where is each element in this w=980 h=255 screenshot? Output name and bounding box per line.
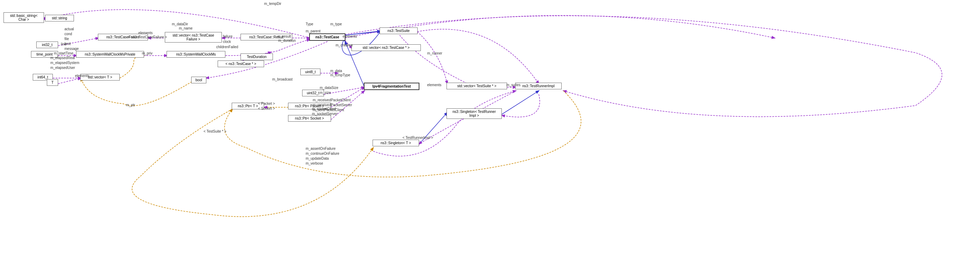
label-m-icmptype: m_icmpType — [330, 73, 350, 77]
node-testduration: TestDuration — [240, 54, 273, 60]
node-int32: int32_t — [36, 41, 58, 48]
node-systemwallclock-priv-label: ns3::SystemWallClockMsPrivate — [85, 52, 135, 56]
node-T-label: T — [51, 81, 54, 84]
label-elements-3: elements — [75, 74, 89, 78]
node-std-string: std::string — [45, 15, 74, 21]
node-vector-testcase: std::vector< ns3::TestCase * > — [352, 44, 421, 51]
node-singleton-T: ns3::Singleton< T > — [372, 139, 419, 146]
node-testcase-ptr: < ns3::TestCase * > — [218, 60, 264, 67]
node-ipv4frag-label: Ipv4FragmentationTest — [372, 84, 410, 88]
svg-line-14 — [502, 91, 539, 114]
label-clock: clock — [223, 40, 231, 44]
label-assert-onfailure: m_assertOnFailurem_continueOnFailurem_up… — [305, 146, 339, 166]
label-failure: failure — [223, 35, 232, 38]
node-singleton-T-label: ns3::Singleton< T > — [381, 141, 411, 145]
label-m-duration: m_duration — [278, 39, 296, 43]
node-T: T — [47, 79, 58, 86]
node-testsuite-label: ns3::TestSuite — [388, 29, 410, 33]
node-systemwallclock-priv: ns3::SystemWallClockMsPrivate — [76, 51, 144, 58]
node-vector-T-label: std::vector< T > — [88, 75, 112, 79]
node-ptr-socket-label: ns3::Ptr< Socket > — [295, 116, 324, 120]
label-elements-4: elements — [427, 83, 442, 87]
node-testrunnerimpl-label: ns3::TestRunnerImpl — [522, 84, 555, 88]
label-testrunnerimpl-template: < TestRunnerImpl > — [402, 136, 433, 139]
node-bool-label: bool — [196, 78, 202, 82]
node-singleton-testrunner-label: ns3::Singleton< TestRunner Impl > — [452, 110, 496, 117]
label-elements-1: elements — [138, 31, 153, 35]
node-vector-testsuite: std::vector< TestSuite * > — [447, 82, 507, 89]
node-uint8-label: uint8_t — [305, 70, 315, 74]
node-vector-testcase-label: std::vector< ns3::TestCase * > — [363, 46, 409, 49]
node-basic-string: std::basic_string< Char > — [3, 12, 44, 23]
node-uint8: uint8_t — [301, 68, 320, 75]
label-childrenfailed: childrenFailed — [216, 45, 238, 49]
node-bool: bool — [191, 77, 206, 83]
node-std-string-label: std::string — [52, 16, 67, 20]
node-vector-testcasefailure-label: std::vector< ns3::TestCase Failure > — [173, 33, 214, 41]
node-singleton-testrunner: ns3::Singleton< TestRunner Impl > — [447, 108, 502, 119]
node-testrunnerimpl: ns3::TestRunnerImpl — [515, 82, 562, 89]
label-packet-socket: < Packet >< Socket > — [258, 101, 275, 111]
node-ptr-T-label: ns3::Ptr< T > — [238, 104, 258, 108]
label-m-parent: m_parent — [305, 29, 320, 33]
label-actual-cond: actualcondfilelimitmessage — [64, 27, 79, 51]
label-m-datadir: m_dataDir — [172, 22, 188, 26]
node-testcase: ns3::TestCase — [309, 33, 345, 41]
label-m-children: m_children — [336, 43, 353, 47]
label-m-tempdir: m_tempDir — [264, 2, 282, 6]
svg-line-20 — [58, 78, 81, 84]
label-m-priv: m_priv — [142, 51, 153, 55]
label-m-data: m_data — [330, 69, 342, 73]
label-elements-2: elements — [343, 35, 357, 38]
node-int32-label: int32_t — [42, 43, 52, 47]
label-m-type: m_type — [330, 22, 342, 26]
node-testcase-ptr-label: < ns3::TestCase * > — [225, 62, 256, 66]
label-m-result: m_result — [277, 35, 291, 38]
node-testduration-label: TestDuration — [247, 55, 267, 59]
node-testsuite: ns3::TestSuite — [380, 27, 418, 34]
node-int64-label: int64_t — [37, 75, 48, 79]
label-line: line — [61, 42, 67, 46]
label-testsuite-ptr: < TestSuite * > — [204, 130, 226, 133]
label-m-broadcast: m_broadcast — [272, 78, 293, 81]
label-m-datasize: m_dataSizem_size — [320, 86, 339, 95]
label-m-socket: m_socketClientm_socketServer — [312, 106, 337, 116]
label-m-elapsed: m_elapsedRealm_elapsedSystemm_elapsedUse… — [50, 55, 79, 70]
node-uint32-label: uint32_t — [307, 91, 320, 95]
label-ns3-testcasefailure: < ns3::TestCaseFailure > — [128, 35, 167, 39]
label-m-runner: m_runner — [427, 51, 442, 55]
label-m-ptr: m_ptr — [126, 103, 135, 107]
node-systemwallclock: ns3::SystemWallClockMs — [167, 51, 225, 58]
label-type: Type — [305, 22, 313, 26]
node-ipv4frag: Ipv4FragmentationTest — [364, 82, 419, 90]
node-vector-testsuite-label: std::vector< TestSuite * > — [457, 84, 496, 88]
diagram-container: std::basic_string< Char > std::string ns… — [0, 0, 980, 255]
node-basic-string-label: std::basic_string< Char > — [10, 14, 37, 21]
label-m-name: m_name — [179, 26, 192, 30]
label-m-starttime: m_startTime — [54, 51, 73, 55]
node-systemwallclock-label: ns3::SystemWallClockMs — [176, 52, 215, 56]
node-testcase-label: ns3::TestCase — [315, 35, 339, 39]
label-m-suites: m_suites — [506, 83, 520, 87]
node-vector-testcasefailure: std::vector< ns3::TestCase Failure > — [165, 32, 222, 43]
